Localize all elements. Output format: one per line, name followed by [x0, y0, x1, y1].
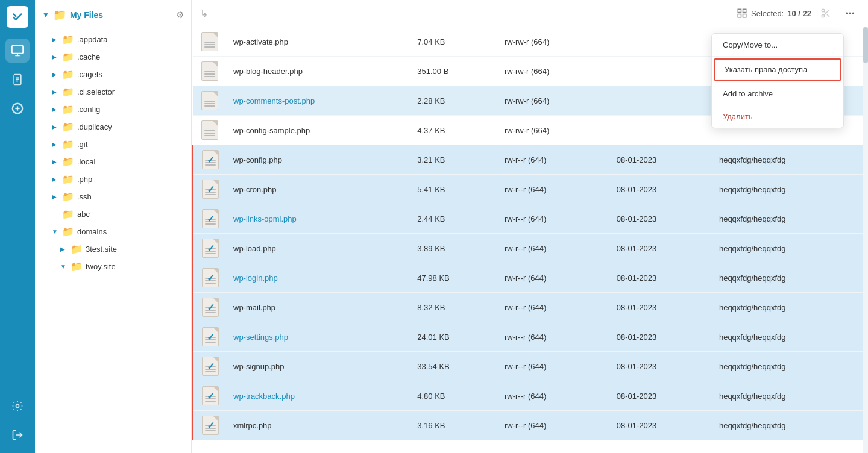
- file-date: [611, 27, 713, 57]
- file-name[interactable]: xmlrpc.php: [227, 411, 411, 440]
- file-owner: heqqxfdg/heqqxfdg: [713, 293, 868, 322]
- file-table-wrap: wp-activate.php 7.04 KB rw-rw-r (664): [192, 27, 868, 453]
- svg-line-17: [827, 14, 829, 17]
- notes-nav-icon[interactable]: [5, 67, 30, 92]
- svg-rect-10: [738, 9, 741, 12]
- file-owner: heqqxfdg/heqqxfdg: [713, 234, 868, 263]
- sidebar-item-domains[interactable]: ▼ 📁 domains: [35, 223, 191, 240]
- settings-nav-icon[interactable]: [5, 394, 30, 418]
- table-row[interactable]: ✓ xmlrpc.php 3.16 KB rw-r--r (644) 08-01…: [193, 411, 869, 440]
- file-name[interactable]: wp-load.php: [227, 234, 411, 263]
- sidebar-item-duplicacy[interactable]: ▶ 📁 .duplicacy: [35, 118, 191, 136]
- add-nav-icon[interactable]: [5, 96, 30, 120]
- check-mark: ✓: [200, 355, 221, 377]
- file-name[interactable]: wp-config-sample.php: [227, 116, 411, 145]
- file-perms: rw-r--r (644): [498, 381, 611, 411]
- tree-arrow-twoysite: ▼: [60, 263, 68, 270]
- table-row[interactable]: ✓ wp-mail.php 8.32 KB rw-r--r (644) 08-0…: [193, 293, 869, 322]
- scrollbar-thumb[interactable]: [863, 27, 868, 63]
- file-owner: heqqxfdg/heqqxfdg: [713, 145, 868, 175]
- file-name[interactable]: wp-activate.php: [227, 27, 411, 57]
- tree-label-twoysite: twoy.site: [86, 262, 116, 271]
- file-name[interactable]: wp-signup.php: [227, 352, 411, 381]
- file-name[interactable]: wp-mail.php: [227, 293, 411, 322]
- file-name[interactable]: wp-cron.php: [227, 175, 411, 204]
- svg-rect-12: [738, 14, 741, 17]
- sidebar-tree: ▶ 📁 .appdata ▶ 📁 .cache ▶ 📁 .cagefs ▶ 📁 …: [35, 28, 191, 278]
- folder-icon-twoysite: 📁: [71, 261, 83, 272]
- check-mark: ✓: [200, 237, 221, 259]
- sidebar-item-clselector[interactable]: ▶ 📁 .cl.selector: [35, 83, 191, 101]
- folder-icon-config: 📁: [62, 104, 74, 115]
- file-name[interactable]: wp-trackback.php: [227, 381, 411, 411]
- folder-icon-ssh: 📁: [62, 191, 74, 202]
- app-logo[interactable]: [7, 6, 28, 28]
- file-perms: rw-r--r (644): [498, 293, 611, 322]
- file-name[interactable]: wp-blog-header.php: [227, 57, 411, 86]
- scissors-button[interactable]: [816, 4, 835, 23]
- tree-label-abc: abc: [77, 210, 90, 219]
- table-row[interactable]: ✓ wp-login.php 47.98 KB rw-r--r (644) 08…: [193, 263, 869, 293]
- context-menu-permissions[interactable]: Указать права доступа: [714, 58, 841, 81]
- sidebar-item-php[interactable]: ▶ 📁 .php: [35, 170, 191, 188]
- more-options-button[interactable]: [840, 4, 860, 23]
- file-owner: heqqxfdg/heqqxfdg: [713, 352, 868, 381]
- scrollbar-track[interactable]: [863, 27, 868, 453]
- file-name[interactable]: wp-links-opml.php: [227, 204, 411, 234]
- sidebar-item-cache[interactable]: ▶ 📁 .cache: [35, 48, 191, 66]
- tree-label-clselector: .cl.selector: [77, 87, 115, 96]
- files-nav-icon[interactable]: [5, 39, 30, 63]
- tree-arrow-php: ▶: [52, 176, 59, 183]
- sidebar-item-local[interactable]: ▶ 📁 .local: [35, 153, 191, 170]
- table-row[interactable]: ✓ wp-load.php 3.89 KB rw-r--r (644) 08-0…: [193, 234, 869, 263]
- table-row[interactable]: ✓ wp-cron.php 5.41 KB rw-r--r (644) 08-0…: [193, 175, 869, 204]
- sidebar-folder-icon: 📁: [53, 8, 66, 22]
- folder-icon-abc: 📁: [62, 208, 74, 220]
- file-icon-cell: ✓: [193, 145, 228, 175]
- sidebar-item-cagefs[interactable]: ▶ 📁 .cagefs: [35, 66, 191, 83]
- table-row[interactable]: ✓ wp-config.php 3.21 KB rw-r--r (644) 08…: [193, 145, 869, 175]
- file-perms: rw-r--r (644): [498, 175, 611, 204]
- sidebar-item-twoysite[interactable]: ▼ 📁 twoy.site: [35, 258, 191, 275]
- check-mark: ✓: [200, 149, 221, 170]
- sidebar-item-git[interactable]: ▶ 📁 .git: [35, 136, 191, 153]
- check-mark: ✓: [200, 178, 221, 200]
- breadcrumb-arrow: ↳: [200, 8, 208, 19]
- file-icon: ✓: [200, 296, 221, 318]
- tree-label-domains: domains: [77, 227, 107, 236]
- tree-arrow-clselector: ▶: [52, 89, 59, 95]
- table-row[interactable]: ✓ wp-links-opml.php 2.44 KB rw-r--r (644…: [193, 204, 869, 234]
- file-icon: ✓: [200, 208, 221, 230]
- file-icon: [199, 60, 221, 82]
- file-size: 2.28 KB: [411, 86, 498, 116]
- table-row[interactable]: ✓ wp-settings.php 24.01 KB rw-r--r (644)…: [193, 322, 869, 352]
- sidebar-gear-icon[interactable]: ⚙: [176, 10, 184, 20]
- file-perms: rw-r--r (644): [498, 234, 611, 263]
- folder-icon-duplicacy: 📁: [62, 121, 74, 133]
- sidebar-item-ssh[interactable]: ▶ 📁 .ssh: [35, 188, 191, 205]
- sidebar-item-appdata[interactable]: ▶ 📁 .appdata: [35, 31, 191, 48]
- file-name[interactable]: wp-login.php: [227, 263, 411, 293]
- table-row[interactable]: ✓ wp-signup.php 33.54 KB rw-r--r (644) 0…: [193, 352, 869, 381]
- file-name[interactable]: wp-comments-post.php: [227, 86, 411, 116]
- file-icon-cell: ✓: [193, 175, 228, 204]
- tree-label-3testsite: 3test.site: [86, 245, 117, 254]
- context-menu-delete[interactable]: Удалить: [712, 105, 843, 128]
- tree-label-php: .php: [77, 175, 92, 184]
- sidebar-item-config[interactable]: ▶ 📁 .config: [35, 101, 191, 118]
- folder-icon-php: 📁: [62, 173, 74, 185]
- logout-nav-icon[interactable]: [5, 423, 30, 447]
- main-area: ↳ Selected: 10 / 22: [192, 0, 868, 453]
- file-name[interactable]: wp-config.php: [227, 145, 411, 175]
- context-menu-archive[interactable]: Add to archive: [712, 83, 843, 105]
- file-perms: rw-r--r (644): [498, 411, 611, 440]
- table-row[interactable]: ✓ wp-trackback.php 4.80 KB rw-r--r (644)…: [193, 381, 869, 411]
- context-menu-copy-move[interactable]: Copy/Move to...: [712, 34, 843, 57]
- sidebar-item-3testsite[interactable]: ▶ 📁 3test.site: [35, 240, 191, 258]
- tree-label-git: .git: [77, 140, 87, 149]
- file-name[interactable]: wp-settings.php: [227, 322, 411, 352]
- check-mark: ✓: [200, 385, 221, 407]
- file-size: 24.01 KB: [411, 322, 498, 352]
- sidebar-collapse-arrow[interactable]: ▼: [42, 11, 49, 19]
- sidebar-item-abc[interactable]: ▶ 📁 abc: [35, 205, 191, 223]
